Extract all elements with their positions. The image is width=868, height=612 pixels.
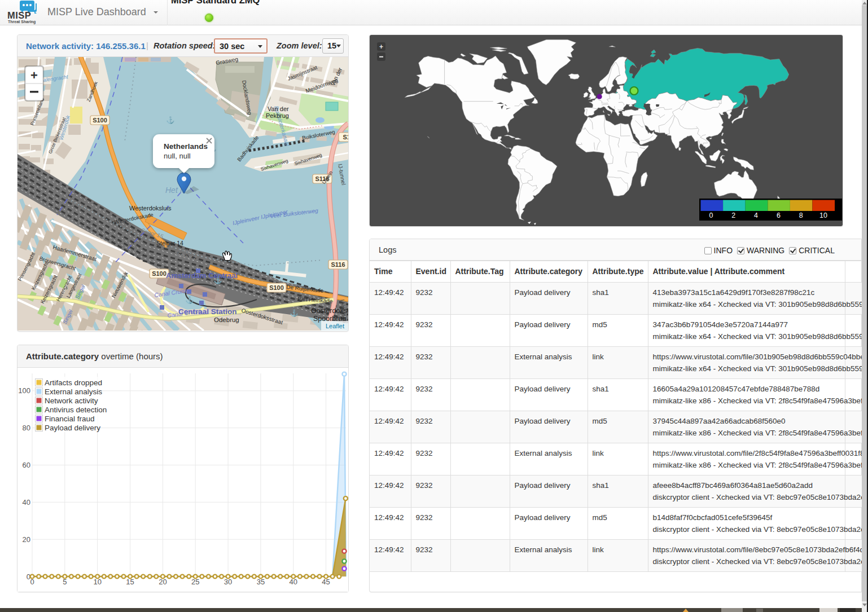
svg-text:40: 40 — [23, 498, 30, 507]
svg-text:Payload delivery: Payload delivery — [45, 424, 100, 432]
svg-text:⚓: ⚓ — [166, 116, 175, 124]
svg-text:S100: S100 — [269, 284, 284, 291]
svg-text:External analysis: External analysis — [45, 388, 102, 396]
svg-text:+: + — [30, 68, 38, 82]
svg-text:Pekbrug: Pekbrug — [266, 112, 289, 119]
svg-text:Netherlands: Netherlands — [164, 142, 208, 151]
svg-text:S116: S116 — [331, 261, 345, 268]
svg-text:80: 80 — [23, 424, 30, 432]
svg-text:100: 100 — [18, 386, 30, 395]
svg-text:Artifacts dropped: Artifacts dropped — [45, 378, 102, 387]
svg-text:2: 2 — [731, 212, 735, 219]
svg-text:MISP: MISP — [7, 10, 31, 20]
svg-text:0: 0 — [709, 212, 713, 219]
svg-text:S100: S100 — [93, 117, 107, 124]
svg-text:6: 6 — [777, 212, 781, 219]
svg-text:Westerdoksluis: Westerdoksluis — [129, 205, 172, 212]
svg-text:⚓: ⚓ — [290, 309, 299, 317]
svg-text:Leaflet: Leaflet — [326, 323, 344, 329]
svg-text:60: 60 — [23, 461, 30, 469]
svg-text:Threat Sharing: Threat Sharing — [8, 20, 36, 24]
svg-text:⚓: ⚓ — [186, 296, 194, 304]
svg-text:Financial fraud: Financial fraud — [45, 415, 95, 423]
svg-text:null, null: null, null — [164, 152, 191, 160]
svg-text:S11: S11 — [343, 134, 348, 140]
svg-text:8: 8 — [799, 212, 803, 219]
svg-text:Antivirus detection: Antivirus detection — [45, 406, 107, 414]
svg-text:4: 4 — [754, 212, 758, 219]
svg-text:Amsterdam Centraal: Amsterdam Centraal — [166, 271, 238, 280]
svg-text:20: 20 — [23, 535, 30, 544]
svg-text:Van der: Van der — [268, 105, 289, 112]
svg-text:Odebrug: Odebrug — [214, 316, 239, 323]
svg-text:+: + — [379, 43, 383, 51]
svg-text:Network activity: Network activity — [45, 397, 98, 405]
svg-text:S100: S100 — [152, 270, 166, 277]
svg-text:10: 10 — [819, 212, 827, 219]
